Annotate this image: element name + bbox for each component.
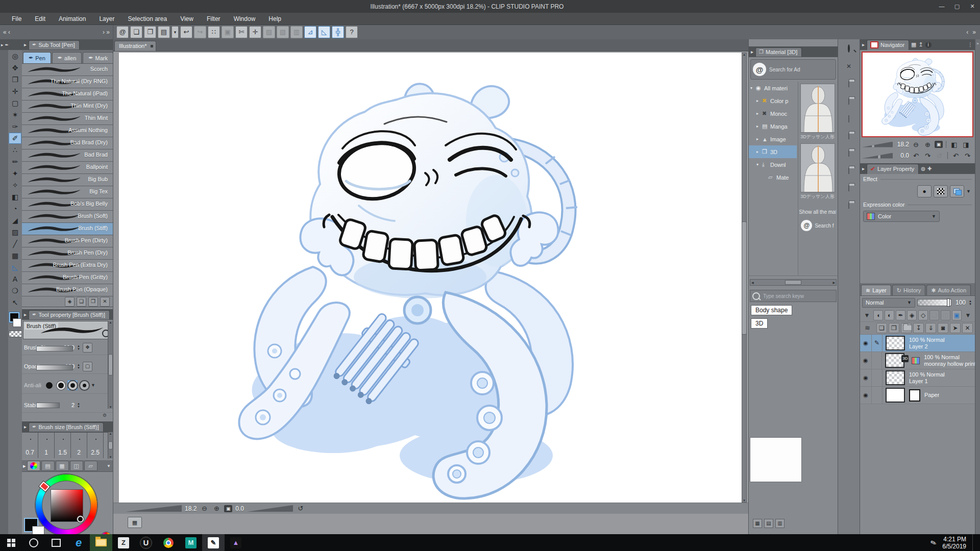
- blend-mode-dropdown[interactable]: Normal ▼: [862, 298, 915, 308]
- sparkle-tool[interactable]: ✦: [9, 168, 21, 179]
- keyboard-shortcut-icon[interactable]: ▦: [128, 517, 142, 528]
- material-search-icon[interactable]: [848, 45, 850, 52]
- crop-icon[interactable]: ▨: [263, 26, 275, 38]
- rotation-slider-knob[interactable]: [877, 152, 881, 161]
- color-history-tab[interactable]: ▱: [84, 461, 97, 471]
- expand-right-icon[interactable]: ›: [103, 29, 105, 36]
- tree-expander-icon[interactable]: ▸: [756, 111, 761, 116]
- frame-border-tool[interactable]: ▦: [9, 250, 21, 261]
- material-grid-view-icon[interactable]: ▦: [753, 519, 762, 528]
- brush-list-item[interactable]: Big Bub: [22, 174, 113, 186]
- stabilization-value[interactable]: 2: [58, 402, 75, 408]
- tree-expander-icon[interactable]: ▸: [756, 124, 761, 129]
- scale-rotate-icon[interactable]: ✛: [249, 26, 261, 38]
- layer-visibility-eye-icon[interactable]: ◉: [860, 352, 872, 369]
- panel-menu-icon[interactable]: ▸: [23, 463, 26, 469]
- layer-thumbnail[interactable]: 3D: [886, 370, 905, 385]
- canvas-reset-rotation-icon[interactable]: ↺: [296, 505, 305, 512]
- zoom-tool[interactable]: ◎: [9, 51, 21, 62]
- pen-input-tray-icon[interactable]: ✎: [929, 538, 937, 547]
- flip-horizontal-icon[interactable]: ◧: [949, 141, 959, 148]
- delete-layer-icon[interactable]: ✕: [962, 323, 973, 333]
- tree-expander-icon[interactable]: ▸: [756, 137, 761, 141]
- file-explorer-icon[interactable]: [90, 534, 112, 551]
- panel-expander-icon[interactable]: ▸: [1, 42, 4, 47]
- quick-mask-icon[interactable]: ◖: [873, 310, 883, 320]
- brush-size-preset[interactable]: 1: [38, 433, 55, 458]
- transparent-color-swatch[interactable]: [9, 331, 22, 337]
- menu-item[interactable]: Selection area: [121, 13, 174, 25]
- new-layer-folder-icon[interactable]: [901, 323, 912, 333]
- maya-icon[interactable]: M: [180, 534, 202, 551]
- brush-list-item[interactable]: Bob's Big Belly: [22, 198, 113, 211]
- collapse-dock-icon[interactable]: »: [976, 41, 978, 46]
- auto-select-tool[interactable]: ✶: [9, 109, 21, 120]
- minimize-button[interactable]: —: [934, 0, 949, 13]
- shrink-right-icon[interactable]: ‹: [966, 29, 968, 36]
- panel-menu-icon[interactable]: ▸: [24, 42, 27, 47]
- brush-size-dynamics-icon[interactable]: ❖: [83, 343, 92, 353]
- brush-list-item[interactable]: The Natural (Dry RNG): [22, 76, 113, 88]
- snap-to-ruler-icon[interactable]: ⊿: [304, 26, 316, 38]
- figure-tool[interactable]: ╱: [9, 238, 21, 249]
- brush-list-item[interactable]: Brush (Stiff): [22, 223, 113, 235]
- brush-preview-tile[interactable]: Brush (Stiff): [23, 321, 112, 339]
- canvas-zoom-value[interactable]: 18.2: [185, 505, 197, 512]
- navigator-zoom-slider[interactable]: [862, 142, 893, 147]
- save-file-icon[interactable]: ▤: [158, 26, 170, 38]
- undo-icon[interactable]: ↩: [180, 26, 192, 38]
- layer-opacity-value[interactable]: 100: [953, 299, 966, 306]
- menu-item[interactable]: Layer: [92, 13, 121, 25]
- help-icon[interactable]: ?: [346, 26, 358, 38]
- brush-size-preset[interactable]: 0.7: [22, 433, 38, 458]
- material-tree-item[interactable]: ▸ ❒ 3D: [749, 145, 797, 158]
- anti-aliasing-dropdown-icon[interactable]: ▼: [91, 383, 95, 388]
- brush-list-item[interactable]: Brush Pen (Opaque): [22, 284, 113, 296]
- opacity-slider[interactable]: [36, 365, 73, 370]
- open-file-icon[interactable]: ❐: [144, 26, 156, 38]
- sub-tool-tab[interactable]: ✒ Pen: [23, 52, 51, 63]
- merge-with-lower-layer-icon[interactable]: ⇓: [925, 323, 936, 333]
- close-button[interactable]: ✕: [965, 0, 980, 13]
- material-folder-4[interactable]: [848, 151, 849, 157]
- snap-to-grid-icon[interactable]: ╬: [332, 26, 344, 38]
- canvas-zoom-in-icon[interactable]: ⊕: [212, 505, 221, 512]
- material-close-icon[interactable]: ✕: [846, 63, 851, 70]
- clear-selection-icon[interactable]: ✄: [235, 26, 248, 38]
- show-all-materials-link[interactable]: Show all the mate: [799, 209, 836, 215]
- brush-list-item[interactable]: Brush Pen (Gritty): [22, 272, 113, 284]
- material-tree-item[interactable]: ▸ ✖ Monoc: [749, 107, 797, 120]
- layer-color-effect-icon[interactable]: [950, 185, 964, 197]
- rotate-right-icon[interactable]: ↷: [923, 152, 933, 160]
- effect-tab-icon[interactable]: ✚: [927, 166, 932, 171]
- affinity-icon[interactable]: ▲: [225, 534, 247, 551]
- tone-tab-icon[interactable]: ◍: [921, 166, 925, 171]
- gradient-tool[interactable]: ▨: [9, 227, 21, 238]
- apply-mask-icon[interactable]: ➤: [950, 323, 961, 333]
- decoration-tool[interactable]: ✏: [9, 156, 21, 167]
- border-effect-icon[interactable]: ●: [917, 185, 932, 197]
- layer-visibility-eye-icon[interactable]: ◉: [860, 387, 872, 404]
- mask-outside-icon[interactable]: ▧: [277, 26, 289, 38]
- brush-list-item[interactable]: Brush Pen (Extra Dry): [22, 260, 113, 272]
- clip-studio-icon[interactable]: ✎: [202, 534, 225, 551]
- material-tree-item[interactable]: ▱ Mate: [749, 171, 797, 184]
- tool-property-scrollbar[interactable]: ▲▼: [108, 321, 113, 409]
- material-folder-7[interactable]: [848, 203, 849, 209]
- tab-history[interactable]: ↻ History: [892, 285, 925, 295]
- navigator-zoom-value[interactable]: 18.2: [895, 141, 909, 148]
- brush-list-item[interactable]: Brush Pen (Dirty): [22, 235, 113, 247]
- canvas-rotation-slider[interactable]: [247, 505, 293, 512]
- canvas-fit-icon[interactable]: ▣: [224, 505, 232, 512]
- edge-icon[interactable]: e: [67, 534, 90, 551]
- layer-thumbnail[interactable]: 3D: [886, 388, 905, 403]
- tree-expander-icon[interactable]: ▾: [756, 162, 761, 167]
- palette-dropdown-icon[interactable]: ▼: [862, 310, 872, 320]
- sub-tool-tab[interactable]: ✒ Mark: [83, 52, 113, 63]
- layer-visibility-eye-icon[interactable]: ◉: [860, 335, 872, 352]
- brush-size-preset[interactable]: 1.5: [55, 433, 71, 458]
- airbrush-tool[interactable]: ∴: [9, 144, 21, 156]
- material-footer-search[interactable]: @ Search f: [801, 220, 834, 231]
- navigator-zoom-in-icon[interactable]: ⊕: [923, 141, 933, 148]
- brush-list-item[interactable]: The Natural (iPad): [22, 88, 113, 101]
